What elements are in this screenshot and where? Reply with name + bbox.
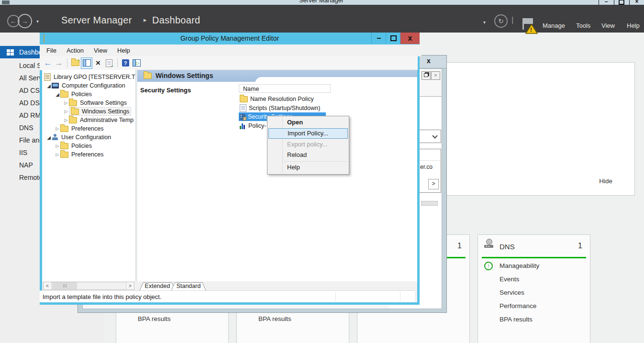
expander-closed-icon[interactable]: ▷ xyxy=(55,126,60,131)
gpme-minimize-button[interactable]: – xyxy=(371,33,386,44)
gpme-toolbar: ← → ↑ × → ? ▷ xyxy=(40,56,418,70)
background-window-close-button[interactable]: x xyxy=(427,57,431,65)
gpme-close-button[interactable]: x xyxy=(400,33,420,44)
gpme-maximize-button[interactable] xyxy=(386,33,400,44)
tree-item-user-configuration[interactable]: ◢ User Configuration xyxy=(46,133,111,142)
all-servers-icon xyxy=(7,75,15,82)
dashboard-grid-icon xyxy=(7,49,15,56)
breadcrumb-root[interactable]: Server Manager xyxy=(61,15,132,26)
expander-closed-icon[interactable]: ▷ xyxy=(55,144,60,148)
expander-closed-icon[interactable]: ▷ xyxy=(55,152,60,157)
folder-icon xyxy=(240,96,248,102)
tile1-bpa-results-link[interactable]: BPA results xyxy=(138,315,171,322)
nav-dropdown-caret-icon[interactable]: ▾ xyxy=(36,19,39,24)
header-separator: | xyxy=(511,15,513,25)
mdi-close-button[interactable]: × xyxy=(431,71,440,80)
outer-maximize-button[interactable] xyxy=(614,0,629,5)
policy-chart-icon xyxy=(240,123,246,129)
context-menu-reload[interactable]: Reload xyxy=(268,150,348,160)
tree-horizontal-scrollbar[interactable]: < > xyxy=(43,282,134,290)
dns-bpa-results-link[interactable]: BPA results xyxy=(500,316,533,323)
dns-services-link[interactable]: Services xyxy=(500,289,524,296)
tree-item-preferences[interactable]: ▷ Preferences xyxy=(55,124,103,133)
context-menu-open[interactable]: Open xyxy=(268,117,348,128)
security-settings-icon xyxy=(240,114,245,120)
context-menu-import-policy[interactable]: Import Policy... xyxy=(268,128,348,139)
menu-tools[interactable]: Tools xyxy=(576,22,590,29)
tree-item-administrative-templates[interactable]: ▷ Administrative Temp xyxy=(63,116,133,124)
expander-open-icon[interactable]: ◢ xyxy=(55,92,60,97)
expander-closed-icon[interactable]: ▷ xyxy=(63,109,69,114)
list-column-header-name[interactable]: Name xyxy=(239,84,331,93)
tree-item-computer-configuration[interactable]: ◢ Computer Configuration xyxy=(46,81,125,90)
listbox-nav-right-button[interactable]: > xyxy=(428,179,439,189)
menu-help[interactable]: Help xyxy=(627,22,640,29)
gpme-window: Group Policy Management Editor – x File … xyxy=(40,33,420,305)
dns-manageability-link[interactable]: Manageability xyxy=(500,262,539,269)
list-item-name-resolution-policy[interactable]: Name Resolution Policy xyxy=(239,95,314,103)
toolbar-delete-button[interactable]: × xyxy=(93,58,103,68)
gpme-titlebar[interactable]: Group Policy Management Editor – x xyxy=(40,33,420,44)
scroll-right-button[interactable]: > xyxy=(126,282,134,289)
tab-standard[interactable]: Standard xyxy=(175,282,202,291)
notification-flag-icon[interactable]: ! xyxy=(521,17,540,35)
dns-tile-count: 1 xyxy=(578,242,582,250)
gpme-menu-view[interactable]: View xyxy=(94,47,107,54)
expander-closed-icon[interactable]: ▷ xyxy=(63,100,69,105)
file-storage-icon xyxy=(7,137,15,144)
tree-item-user-preferences[interactable]: ▷ Preferences xyxy=(55,150,103,159)
toolbar-export-list-button[interactable]: → xyxy=(104,58,114,68)
tile2-bpa-results-link[interactable]: BPA results xyxy=(258,315,291,322)
menu-view[interactable]: View xyxy=(601,22,615,29)
expander-open-icon[interactable]: ◢ xyxy=(46,83,52,89)
context-menu-help[interactable]: Help xyxy=(268,162,348,173)
dns-events-link[interactable]: Events xyxy=(500,276,519,283)
hide-link[interactable]: Hide xyxy=(599,177,612,185)
toolbar-separator xyxy=(67,58,67,68)
scroll-left-button[interactable]: < xyxy=(44,282,52,289)
refresh-button[interactable]: ↻ xyxy=(494,14,508,28)
folder-icon xyxy=(69,117,77,123)
mdi-restore-button[interactable] xyxy=(422,71,431,80)
dns-tile-icon xyxy=(484,239,494,248)
background-scrollbar-piece[interactable] xyxy=(421,201,438,206)
toolbar-console-tree-toggle-button[interactable] xyxy=(81,57,92,69)
iis-icon xyxy=(7,149,15,156)
tree-item-windows-settings[interactable]: ▷ Windows Settings xyxy=(63,107,131,116)
gpme-window-title: Group Policy Management Editor xyxy=(40,34,420,42)
toolbar-help-button[interactable]: ? xyxy=(120,58,131,68)
expander-closed-icon[interactable]: ▷ xyxy=(63,118,69,122)
context-menu-separator xyxy=(284,161,347,162)
tree-item-policies[interactable]: ◢ Policies xyxy=(55,90,92,99)
statusbar-separator xyxy=(400,292,400,301)
menu-manage[interactable]: Manage xyxy=(543,22,565,29)
forward-button[interactable]: → xyxy=(18,14,32,28)
dns-tile-title[interactable]: DNS xyxy=(500,243,515,251)
toolbar-up-one-level-button[interactable]: ↑ xyxy=(70,58,80,68)
gpme-menu-action[interactable]: Action xyxy=(67,47,84,54)
scrollbar-thumb[interactable] xyxy=(52,282,77,289)
tree-item-user-policies[interactable]: ▷ Policies xyxy=(55,142,92,150)
dns-performance-link[interactable]: Performance xyxy=(500,302,536,310)
tab-extended[interactable]: Extended xyxy=(144,282,171,291)
tree-item-library-gpo[interactable]: Library GPO [TESTSERVER.TESTS xyxy=(44,73,136,81)
toolbar-forward-button[interactable]: → xyxy=(54,58,64,68)
list-item-policy-based-qos[interactable]: Policy- xyxy=(239,122,266,130)
context-menu-export-policy[interactable]: Export policy... xyxy=(268,139,348,150)
screen: { "glyphs": { "caret_down": "▾", "breadc… xyxy=(0,0,644,343)
outer-close-button[interactable]: × xyxy=(629,0,644,5)
toolbar-action-pane-toggle-button[interactable]: ▷ xyxy=(131,58,142,68)
gpme-menu-help[interactable]: Help xyxy=(117,47,130,54)
svg-text:!: ! xyxy=(530,27,532,33)
expander-open-icon[interactable]: ◢ xyxy=(46,135,52,140)
dns-server-icon xyxy=(7,124,15,132)
toolbar-back-button[interactable]: ← xyxy=(43,58,53,68)
outer-minimize-button[interactable]: – xyxy=(599,0,613,5)
computer-icon xyxy=(52,83,59,89)
gpme-menubar: File Action View Help xyxy=(40,44,422,56)
notifications-caret-icon[interactable]: ▾ xyxy=(483,20,486,25)
tree-item-software-settings[interactable]: ▷ Software Settings xyxy=(63,99,127,107)
remote-desktop-icon xyxy=(7,174,15,181)
gpme-menu-file[interactable]: File xyxy=(46,47,56,54)
list-item-scripts[interactable]: Scripts (Startup/Shutdown) xyxy=(239,104,320,112)
